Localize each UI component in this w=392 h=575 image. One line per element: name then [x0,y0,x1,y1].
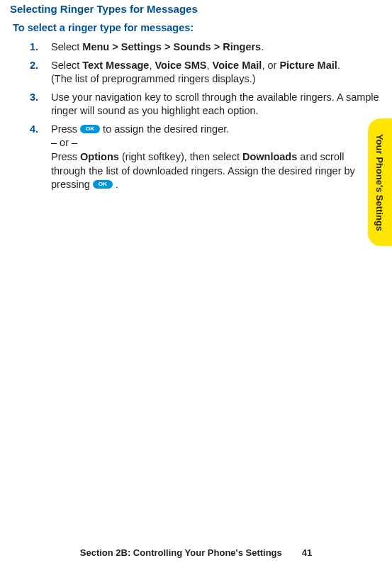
period: . [261,41,264,52]
step-text: to assign the desired ringer. [100,123,229,135]
options-label: Options [80,151,119,162]
step-text: Select [51,60,82,71]
step-4: 4. Press OK to assign the desired ringer… [30,123,379,192]
separator: > [211,41,223,52]
voice-mail-label: Voice Mail [213,60,262,71]
side-tab-label: Your Phone's Settings [375,133,386,230]
text-message-label: Text Message [82,60,149,71]
period: . [337,60,340,71]
section-heading: Selecting Ringer Types for Messages [10,3,379,15]
step-2: 2. Select Text Message, Voice SMS, Voice… [30,59,379,86]
step-3: 3. Use your navigation key to scroll thr… [30,91,379,118]
step-text: . [113,179,118,190]
step-text: Press [51,151,80,162]
sounds-label: Sounds [173,41,211,52]
separator: > [109,41,121,52]
footer-section: Section 2B: Controlling Your Phone's Set… [80,547,282,558]
voice-sms-label: Voice SMS [155,60,206,71]
step-text: (right softkey), then select [119,151,242,162]
step-number: 1. [30,40,38,55]
ok-button-icon: OK [80,125,100,133]
or-line: – or – [51,137,77,148]
step-text: Select [51,41,82,52]
step-text: Use your navigation key to scroll throug… [51,91,379,117]
step-text-line2: (The list of preprogrammed ringers displ… [51,73,256,84]
menu-label: Menu [82,41,109,52]
step-text: Press [51,123,80,135]
comma: , [207,60,213,71]
separator: > [162,41,174,52]
step-number: 4. [30,123,38,137]
step-number: 3. [30,91,38,105]
page-content: Selecting Ringer Types for Messages To s… [0,0,392,192]
side-tab: Your Phone's Settings [368,118,392,246]
steps-list: 1. Select Menu > Settings > Sounds > Rin… [30,40,379,192]
ringers-label: Ringers [223,41,261,52]
downloads-label: Downloads [242,151,297,162]
intro-text: To select a ringer type for messages: [13,22,379,33]
step-1: 1. Select Menu > Settings > Sounds > Rin… [30,40,379,55]
page-footer: Section 2B: Controlling Your Phone's Set… [0,547,392,558]
ok-button-icon: OK [93,180,113,189]
comma-or: , or [262,60,279,71]
settings-label: Settings [121,41,162,52]
step-number: 2. [30,59,38,73]
page-number: 41 [302,547,312,558]
picture-mail-label: Picture Mail [279,60,337,71]
